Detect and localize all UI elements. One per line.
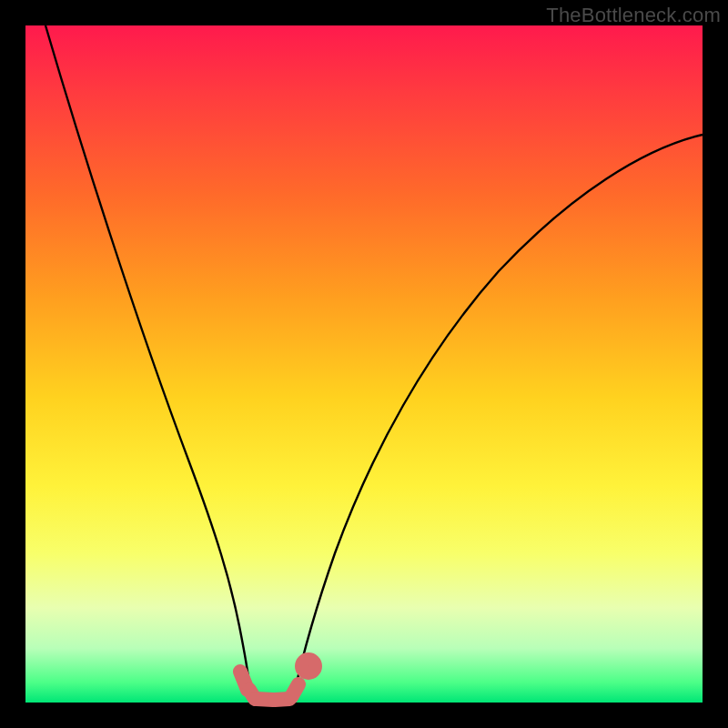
watermark-text: TheBottleneck.com (546, 4, 721, 27)
valley-marker-dot (302, 660, 315, 672)
chart-frame: TheBottleneck.com (0, 0, 728, 728)
curve-right-branch (293, 135, 703, 699)
curve-left-branch (46, 25, 251, 699)
valley-markers-group (240, 660, 315, 700)
bottleneck-curve (25, 25, 703, 703)
valley-marker-5 (291, 684, 298, 697)
